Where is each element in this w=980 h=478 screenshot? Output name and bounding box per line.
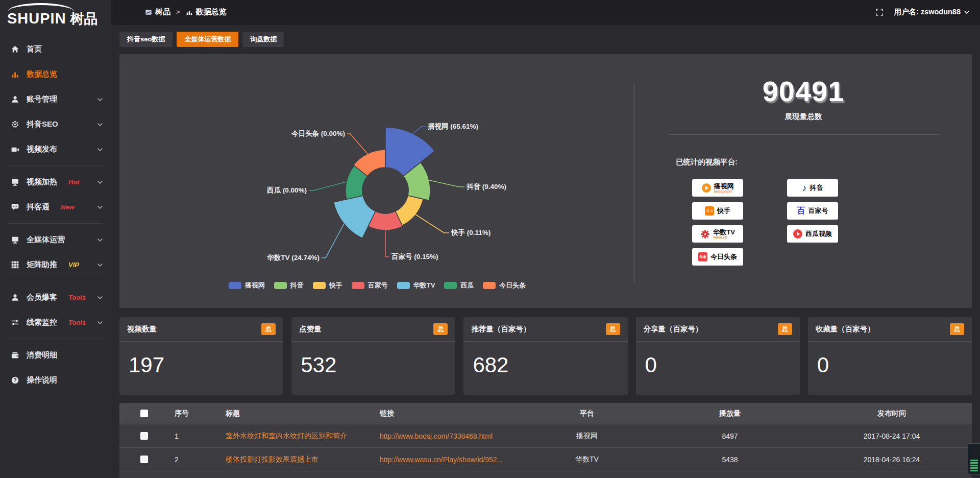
sidebar-item-badge: Tools <box>68 294 86 301</box>
table-row[interactable]: 1室外水纹灯和室内水纹灯的区别和简介http://www.boosj.com/7… <box>119 424 972 448</box>
row-checkbox[interactable] <box>140 456 148 463</box>
video-url-link[interactable]: http://www.boosj.com/7338468.html <box>374 432 526 440</box>
platform-badge-西瓜视频: 西瓜视频 <box>787 225 838 243</box>
summary-area: 90491 展现量总数 已统计的视频平台: 播视网boosj.com♪抖音快手百… <box>635 54 972 308</box>
floating-widget-bars <box>970 460 978 471</box>
column-header: 序号 <box>168 409 219 418</box>
stat-cards-row: 视频数量总197点赞量总532推荐量（百家号）总682分享量（百家号）总0收藏量… <box>119 317 972 395</box>
sidebar-item-badge: Tools <box>68 319 86 326</box>
label-leader-line <box>309 182 347 190</box>
chevron-down-icon <box>97 295 103 301</box>
breadcrumb: 树品>数据总览 <box>111 7 227 17</box>
row-checkbox[interactable] <box>140 432 148 440</box>
tab-抖音seo数据[interactable]: 抖音seo数据 <box>119 32 173 47</box>
row-index: 1 <box>168 432 219 440</box>
sidebar-item-label: 线索监控 <box>27 318 57 327</box>
legend-item-快手[interactable]: 快手 <box>313 281 342 290</box>
legend-swatch <box>444 282 457 289</box>
breadcrumb-separator: > <box>176 8 180 16</box>
sidebar-item-person[interactable]: 会员爆客Tools <box>0 285 111 310</box>
legend-item-百家号[interactable]: 百家号 <box>352 281 388 290</box>
sidebar-item-gear[interactable]: 抖音SEO <box>0 112 111 137</box>
legend-item-华数TV[interactable]: 华数TV <box>397 281 435 290</box>
legend-item-西瓜[interactable]: 西瓜 <box>444 281 474 290</box>
total-badge: 总 <box>950 323 964 335</box>
video-url-link[interactable]: http://www.wasu.cn/Play/show/id/952... <box>374 456 526 464</box>
kuaishou-logo-icon <box>705 206 714 216</box>
row-plays: 5438 <box>648 456 812 464</box>
overview-chart-panel: 播视网 (65.61%)抖音 (9.40%)快手 (0.11%)百家号 (0.1… <box>119 54 972 308</box>
sidebar-item-sliders[interactable]: 线索监控Tools <box>0 310 111 335</box>
sidebar-divider <box>8 223 103 224</box>
user-icon <box>10 95 19 104</box>
sidebar-item-question[interactable]: ?操作说明 <box>0 368 111 393</box>
column-header: 链接 <box>374 409 526 418</box>
table-row-partial <box>119 471 972 478</box>
user-menu[interactable]: 用户名: zswodun88 <box>894 7 970 17</box>
sidebar-item-chart[interactable]: 数据总览 <box>0 62 111 87</box>
gear-icon <box>10 120 19 129</box>
stat-card-点赞量: 点赞量总532 <box>291 317 455 395</box>
pie-label: 播视网 (65.61%) <box>427 122 478 130</box>
sidebar-item-chat[interactable]: 抖客通New <box>0 195 111 220</box>
breadcrumb-item[interactable]: 数据总览 <box>186 7 227 17</box>
legend-item-播视网[interactable]: 播视网 <box>229 281 265 290</box>
stat-card-分享量（百家号）: 分享量（百家号）总0 <box>636 317 800 395</box>
platform-grid: 播视网boosj.com♪抖音快手百百家号华数TVwasu.cn西瓜视频头条今日… <box>692 179 972 266</box>
platform-badge-百家号: 百百家号 <box>787 202 838 220</box>
chevron-down-icon <box>97 97 103 103</box>
table-row[interactable]: 2楼体投影灯投影效果震撼上市http://www.wasu.cn/Play/sh… <box>119 448 972 471</box>
platform-badge-华数TV: 华数TVwasu.cn <box>692 225 743 243</box>
legend-item-今日头条[interactable]: 今日头条 <box>483 281 526 290</box>
tab-询盘数据[interactable]: 询盘数据 <box>242 32 284 47</box>
pie-slice-播视网[interactable] <box>385 127 435 176</box>
boosj-logo-icon <box>702 183 711 193</box>
sidebar-item-monitor[interactable]: 全媒体运营 <box>0 227 111 252</box>
xigua-logo-icon <box>793 229 802 238</box>
pie-label: 抖音 (9.40%) <box>466 183 506 190</box>
sidebar-item-home[interactable]: 首页 <box>0 37 111 62</box>
stat-card-label: 收藏量（百家号） <box>816 324 875 334</box>
chevron-down-icon <box>97 204 103 210</box>
sidebar-item-label: 抖客通 <box>27 202 50 212</box>
sidebar-nav: 首页数据总览账号管理抖音SEO视频发布视频加热Hot抖客通New全媒体运营矩阵助… <box>0 32 111 393</box>
sidebar-item-user[interactable]: 账号管理 <box>0 87 111 112</box>
video-icon <box>10 145 19 154</box>
logo-arc-decoration <box>8 3 74 11</box>
tab-全媒体运营数据[interactable]: 全媒体运营数据 <box>177 32 238 47</box>
label-leader-line <box>347 134 368 154</box>
sidebar-item-grid[interactable]: 矩阵助推VIP <box>0 252 111 277</box>
stat-card-value: 197 <box>119 342 283 377</box>
summary-divider <box>669 134 939 135</box>
floating-widget[interactable] <box>968 443 980 475</box>
legend-item-抖音[interactable]: 抖音 <box>274 281 304 290</box>
breadcrumb-item[interactable]: 树品 <box>145 7 170 17</box>
sliders-icon <box>10 318 19 327</box>
monitor-icon <box>10 235 19 245</box>
person-icon <box>10 293 19 302</box>
chevron-down-icon <box>97 122 103 128</box>
sidebar-item-label: 抖音SEO <box>27 119 58 129</box>
select-all-checkbox[interactable] <box>140 410 148 417</box>
total-badge: 总 <box>778 323 792 335</box>
platform-badge-快手: 快手 <box>692 202 743 220</box>
legend-swatch <box>313 282 326 289</box>
fullscreen-icon[interactable] <box>875 8 884 16</box>
sidebar-item-heat[interactable]: 视频加热Hot <box>0 170 111 195</box>
row-publish-time: 2017-08-24 17:04 <box>812 432 972 440</box>
column-header: 标题 <box>219 409 374 418</box>
douyin-logo-icon: ♪ <box>802 183 807 193</box>
sidebar-divider <box>8 165 103 166</box>
chevron-down-icon <box>97 237 103 243</box>
video-title-link[interactable]: 楼体投影灯投影效果震撼上市 <box>219 455 374 464</box>
main-content: 抖音seo数据全媒体运营数据询盘数据 播视网 (65.61%)抖音 (9.40%… <box>111 25 980 478</box>
pie-label: 华数TV (24.74%) <box>266 254 320 261</box>
sidebar-item-wallet[interactable]: 消费明细 <box>0 343 111 368</box>
row-plays: 8497 <box>648 432 812 440</box>
platform-badge-今日头条: 头条今日头条 <box>692 248 743 266</box>
sidebar-item-video[interactable]: 视频发布 <box>0 137 111 162</box>
legend-swatch <box>397 282 410 289</box>
video-title-link[interactable]: 室外水纹灯和室内水纹灯的区别和简介 <box>219 432 374 441</box>
question-icon: ? <box>10 376 19 385</box>
sidebar-divider <box>8 281 103 281</box>
